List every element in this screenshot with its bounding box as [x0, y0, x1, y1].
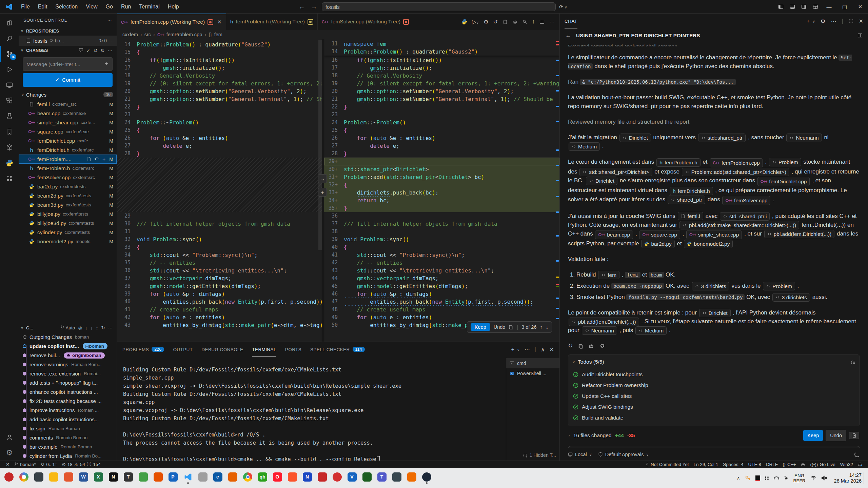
remote-indicator[interactable]: ✕	[3, 462, 12, 467]
code-line-36[interactable]: 36 std::cout << "\tretrieving entities..…	[117, 267, 322, 274]
new-chat-icon[interactable]: ＋ ∨	[806, 18, 815, 25]
graph-fetch-icon[interactable]: ↓	[85, 325, 87, 330]
cursor-position[interactable]: Ln 29, Col 1	[691, 462, 721, 467]
taskbar-clock[interactable]: 14:2728 Mar 2026	[833, 472, 864, 484]
code-chip[interactable]: C++femProblem.cpp	[710, 158, 763, 167]
refresh-icon[interactable]: ↻	[101, 48, 105, 53]
code-chip[interactable]: pbl.add(std::make_shared<fem::Dirichlet>…	[679, 221, 799, 229]
code-line-28[interactable]: 28}	[324, 150, 559, 158]
wifi-icon[interactable]	[810, 475, 816, 481]
indentation[interactable]: Spaces: 4	[721, 462, 746, 467]
graph-header[interactable]: G...	[26, 326, 33, 330]
branch-pill-origin/boman[interactable]: origin/boman	[64, 352, 105, 359]
copilot-icon[interactable]	[798, 462, 808, 467]
code-line-28[interactable]: 28}	[117, 150, 322, 158]
code-line-47[interactable]: 47 entities.push_back(new Entity(p.first…	[324, 298, 559, 306]
code-chip[interactable]: Dirichlet	[699, 309, 731, 317]
run-file-icon[interactable]: ▷∨	[472, 19, 479, 25]
panel-tab-ports[interactable]: PORTS	[285, 342, 301, 357]
code-chip[interactable]: Dirichlet	[619, 134, 651, 142]
activity-community-icon[interactable]	[0, 171, 19, 186]
code-chip[interactable]: femi.i	[678, 212, 703, 220]
diff-original-pane[interactable]: 14Problem::Problem() : quadrature("Gauss…	[117, 39, 322, 342]
taskbar-vscode-button[interactable]	[180, 469, 195, 487]
graph-commit-row[interactable]: remove buil...origin/boman	[19, 351, 117, 360]
activity-package-icon[interactable]	[0, 140, 19, 155]
graph-commit-row[interactable]: fix signRomain Boman	[19, 424, 117, 433]
graph-commit-row[interactable]: improve instructionsRomain ...	[19, 406, 117, 415]
code-line-49[interactable]: 49 for (auto e : entities)	[324, 313, 559, 321]
code-line-39[interactable]: 39void Problem::sync()	[324, 236, 559, 243]
discard-icon[interactable]: ↺	[94, 48, 98, 53]
code-line-32[interactable]: 32void Problem::sync()	[117, 236, 322, 243]
command-center-search[interactable]: fossils	[322, 2, 556, 11]
close-panel-icon[interactable]: ✕	[550, 346, 554, 353]
copy-response-icon[interactable]	[578, 344, 583, 349]
activity-bookmarks-icon[interactable]	[0, 124, 19, 140]
stage-block-button[interactable]: +	[318, 188, 327, 197]
graph-commit-row[interactable]: remove .exe extensionRomai...	[19, 369, 117, 378]
code-line-40[interactable]: 40{	[324, 243, 559, 251]
code-line-21[interactable]: 21 gmsh::option::setNumber("General.Term…	[117, 95, 322, 103]
code-line-26[interactable]: 26 for (auto &e : entities)	[324, 134, 559, 142]
commit-message-input[interactable]: Message (Ctrl+Enter t...	[23, 57, 113, 71]
code-line-37[interactable]: 37/// fill internal helper objects from …	[324, 220, 559, 228]
encoding[interactable]: UTF-8	[746, 462, 763, 467]
tray-key-icon[interactable]	[745, 475, 751, 481]
nav-forward-icon[interactable]: →	[310, 3, 318, 11]
scm-file-cylinder-py[interactable]: cylinder.pycxxfem\testsM	[19, 228, 117, 237]
scm-file-simple-shear-cpp[interactable]: C++simple_shear.cppcxxfe...M	[19, 118, 117, 127]
toggle-sidebar-icon[interactable]	[775, 0, 787, 14]
volume-icon[interactable]	[821, 475, 827, 481]
scm-file-femProblem-h[interactable]: hfemProblem.hcxxfem\srcM	[19, 164, 117, 173]
code-line-42[interactable]: 42 // -- entities	[324, 259, 559, 267]
breadcrumb[interactable]: cxxfem›src›C++femProblem.cpp›{}fem	[117, 30, 559, 39]
scm-file-billyjoe-py[interactable]: billyjoe.pycxxfem\testsM	[19, 209, 117, 219]
commit-check-icon[interactable]: ✓	[86, 48, 91, 53]
graph-refresh-icon[interactable]: ↻	[101, 325, 105, 330]
code-line-17[interactable]: 17 gmsh::initialize();	[117, 64, 322, 72]
taskbar-vlc-button[interactable]	[151, 469, 165, 487]
scm-file-femProblem-[interactable]: C++femProblem....↶＋M	[19, 155, 117, 164]
next-change-icon[interactable]: ↓	[546, 324, 548, 330]
taskbar-app-red-green-button[interactable]	[330, 469, 344, 487]
branch-pill-boman[interactable]: ◎boman	[83, 343, 107, 349]
changes-more-icon[interactable]: ⋯	[108, 48, 113, 53]
customize-layout-icon[interactable]	[810, 0, 821, 14]
menu-selection[interactable]: Selection	[52, 2, 81, 11]
terminal-instance-cmd[interactable]: cmd	[506, 358, 559, 368]
minimize-button[interactable]: —	[821, 0, 837, 14]
search-editor-icon[interactable]	[522, 19, 527, 24]
sidebar-more-icon[interactable]: ⋯	[107, 18, 112, 23]
changes-tree-label[interactable]: Changes	[26, 92, 46, 98]
taskbar-app-blue-p-button[interactable]: P	[165, 469, 180, 487]
chat-close-icon[interactable]: ✕	[859, 18, 863, 24]
code-line-34+[interactable]: 34+ return bc;	[324, 197, 559, 204]
code-line-45[interactable]: 45 gmsh::model::getEntities(dimTags);	[324, 282, 559, 290]
editor-tab-1[interactable]: C++femProblem.cpp (Working Tree)✕	[117, 14, 226, 30]
code-line-40[interactable]: 40 entities.push_back(new Entity(p.first…	[117, 298, 322, 306]
tray-arc-icon[interactable]	[774, 476, 779, 480]
code-line-23[interactable]: 23	[117, 111, 322, 119]
todos-list-icon[interactable]	[850, 360, 855, 365]
activity-source-control-icon[interactable]: 16	[0, 46, 19, 62]
code-line-38[interactable]: 38 gmsh::model::getEntities(dimTags);	[117, 282, 322, 290]
chat-tab[interactable]: CHAT	[565, 14, 577, 28]
code-chip[interactable]: 3 dirichlets	[692, 282, 729, 290]
activity-settings-icon[interactable]: ⚙	[0, 445, 19, 461]
menu-edit[interactable]: Edit	[35, 2, 51, 11]
code-chip[interactable]: pbl.add(fem.Dirichlet(...))	[764, 230, 835, 238]
activity-search-icon[interactable]	[0, 30, 19, 46]
toggle-secondary-sidebar-icon[interactable]	[798, 0, 810, 14]
eol[interactable]: CRLF	[764, 462, 780, 467]
code-line-35[interactable]: 35 // -- entities	[117, 259, 322, 267]
code-line-18[interactable]: 18 // General.Verbosity	[324, 72, 559, 80]
code-line-14[interactable]: 14Problem::Problem() : quadrature("Gauss…	[117, 41, 322, 48]
code-line-30[interactable]: 30/// fill internal helper objects from …	[117, 220, 322, 228]
activity-explorer-icon[interactable]	[0, 15, 19, 30]
graph-commit-row[interactable]: bar exampleRomain Boman	[19, 442, 117, 451]
taskbar-edge-button[interactable]: e	[210, 469, 225, 487]
code-line-41[interactable]: 41 std::cout << "Problem::sync()\n";	[324, 251, 559, 259]
left-scrollbar[interactable]	[318, 40, 322, 250]
code-line-33[interactable]: 33{	[117, 243, 322, 251]
